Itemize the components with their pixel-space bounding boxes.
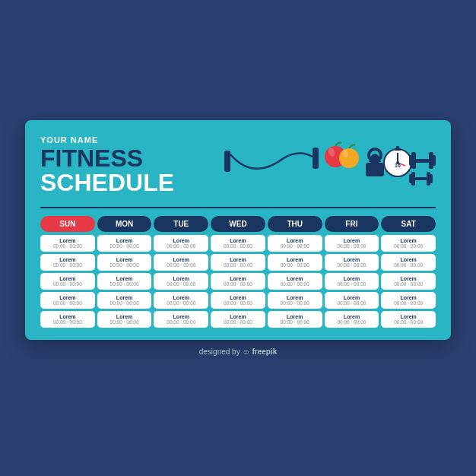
cell-label: Lorem [43,276,93,281]
cell-time: 00:00 · 00:00 [213,281,263,287]
cell-label: Lorem [383,276,433,281]
cell-time: 00:00 · 00:00 [213,243,263,249]
cell-label: Lorem [383,314,433,319]
time-cell: Lorem00:00 · 00:00 [154,254,208,271]
cell-label: Lorem [270,276,320,281]
cell-label: Lorem [383,257,433,262]
svg-rect-1 [313,148,319,169]
cell-label: Lorem [327,238,377,243]
time-cell: Lorem00:00 · 00:00 [97,235,152,252]
fitness-card: YOUR NAME FITNESS SCHEDULE [25,120,451,340]
time-cell: Lorem00:00 · 00:00 [97,292,152,309]
time-cell: Lorem00:00 · 00:00 [268,254,322,271]
cell-label: Lorem [270,238,320,243]
time-cell: Lorem00:00 · 00:00 [381,235,436,252]
time-row: Lorem00:00 · 00:00Lorem00:00 · 00:00Lore… [40,292,436,309]
svg-rect-23 [413,177,427,180]
time-cell: Lorem00:00 · 00:00 [154,292,208,309]
time-cell: Lorem00:00 · 00:00 [381,292,436,309]
day-header-tue: TUE [154,216,208,232]
time-cell: Lorem00:00 · 00:00 [154,311,208,328]
svg-rect-17 [409,155,414,166]
day-header-fri: FRI [325,216,379,232]
cell-label: Lorem [156,314,206,319]
cell-time: 00:00 · 00:00 [43,243,93,249]
cell-time: 00:00 · 00:00 [100,281,150,287]
day-header-thu: THU [268,216,322,232]
cell-label: Lorem [270,314,320,319]
time-cell: Lorem00:00 · 00:00 [211,292,265,309]
time-row: Lorem00:00 · 00:00Lorem00:00 · 00:00Lore… [40,254,436,271]
time-cell: Lorem00:00 · 00:00 [97,311,152,328]
time-cell: Lorem00:00 · 00:00 [381,273,436,290]
cell-time: 00:00 · 00:00 [270,243,320,249]
time-cell: Lorem00:00 · 00:00 [268,273,322,290]
day-headers-row: SUNMONTUEWEDTHUFRISAT [40,216,436,232]
cell-time: 00:00 · 00:00 [156,262,206,268]
designed-by-text: designed by [199,347,240,356]
day-header-sun: SUN [40,216,95,232]
svg-rect-18 [414,159,429,163]
cell-label: Lorem [156,257,206,262]
time-cell: Lorem00:00 · 00:00 [97,254,152,271]
cell-time: 00:00 · 00:00 [383,281,433,287]
cell-time: 00:00 · 00:00 [43,262,93,268]
cell-label: Lorem [270,257,320,262]
svg-rect-6 [366,163,384,176]
time-cell: Lorem00:00 · 00:00 [40,311,95,328]
svg-point-4 [339,148,359,168]
day-header-wed: WED [211,216,265,232]
cell-time: 00:00 · 00:00 [270,300,320,306]
footer: designed by ☺ freepik [199,347,278,356]
cell-time: 00:00 · 00:00 [43,300,93,306]
cell-time: 00:00 · 00:00 [43,281,93,287]
time-rows: Lorem00:00 · 00:00Lorem00:00 · 00:00Lore… [40,235,436,328]
cell-time: 00:00 · 00:00 [213,262,263,268]
svg-rect-22 [409,174,413,183]
cell-time: 00:00 · 00:00 [327,262,377,268]
cell-time: 00:00 · 00:00 [100,319,150,325]
cell-time: 00:00 · 00:00 [327,319,377,325]
cell-label: Lorem [100,276,150,281]
cell-label: Lorem [100,295,150,300]
time-cell: Lorem00:00 · 00:00 [325,235,379,252]
cell-label: Lorem [43,295,93,300]
cell-time: 00:00 · 00:00 [100,243,150,249]
title-section: YOUR NAME FITNESS SCHEDULE [40,135,223,195]
cell-label: Lorem [43,238,93,243]
cell-label: Lorem [156,276,206,281]
cell-time: 00:00 · 00:00 [327,300,377,306]
cell-time: 00:00 · 00:00 [100,300,150,306]
time-cell: Lorem00:00 · 00:00 [381,254,436,271]
cell-label: Lorem [327,257,377,262]
time-cell: Lorem00:00 · 00:00 [40,254,95,271]
time-cell: Lorem00:00 · 00:00 [268,292,322,309]
svg-rect-25 [429,174,433,183]
your-name-label: YOUR NAME [40,135,223,144]
fitness-title: FITNESS [40,146,223,170]
cell-time: 00:00 · 00:00 [270,262,320,268]
cell-label: Lorem [43,314,93,319]
svg-text:16: 16 [395,163,401,168]
equipment-illustration: 16 [223,128,436,196]
cell-label: Lorem [213,314,263,319]
time-cell: Lorem00:00 · 00:00 [325,254,379,271]
time-cell: Lorem00:00 · 00:00 [40,292,95,309]
cell-time: 00:00 · 00:00 [100,262,150,268]
cell-label: Lorem [100,238,150,243]
cell-time: 00:00 · 00:00 [383,262,433,268]
equipment-svg: 16 [223,128,436,196]
cell-label: Lorem [383,295,433,300]
time-cell: Lorem00:00 · 00:00 [211,235,265,252]
svg-rect-20 [431,155,436,166]
time-cell: Lorem00:00 · 00:00 [40,235,95,252]
cell-time: 00:00 · 00:00 [327,281,377,287]
time-cell: Lorem00:00 · 00:00 [325,311,379,328]
cell-label: Lorem [213,257,263,262]
cell-label: Lorem [213,295,263,300]
time-cell: Lorem00:00 · 00:00 [154,235,208,252]
cell-label: Lorem [43,257,93,262]
cell-time: 00:00 · 00:00 [383,319,433,325]
cell-time: 00:00 · 00:00 [383,300,433,306]
svg-rect-0 [224,151,230,172]
